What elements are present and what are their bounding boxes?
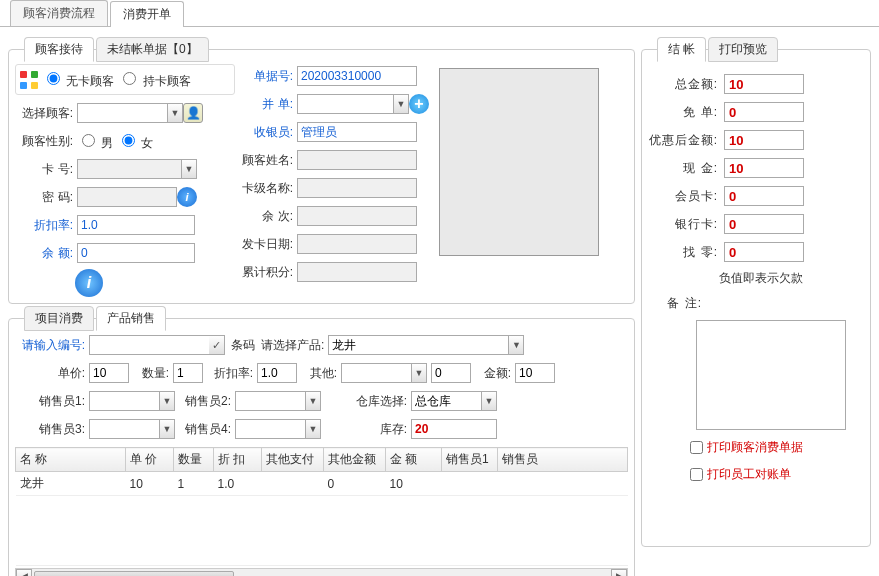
lbl-disc2: 折扣率: (203, 365, 257, 382)
lbl-price: 单价: (15, 365, 89, 382)
input-discount[interactable] (77, 215, 195, 235)
info-icon[interactable]: i (177, 187, 197, 207)
lbl-member: 会员卡: (648, 188, 724, 205)
tab-bill[interactable]: 消费开单 (110, 1, 184, 27)
combo-s1[interactable]: ▼ (89, 391, 175, 411)
tab-settle[interactable]: 结 帐 (657, 37, 706, 62)
lbl-billno: 单据号: (235, 68, 297, 85)
combo-customer[interactable]: ▼ (77, 103, 183, 123)
table-row[interactable]: 龙井101 1.00 10 (16, 472, 628, 496)
lbl-s3: 销售员3: (15, 421, 89, 438)
lbl-select-customer: 选择顾客: (15, 105, 77, 122)
lbl-s4: 销售员4: (175, 421, 235, 438)
input-amount[interactable] (515, 363, 555, 383)
chk-print-staff[interactable]: 打印员工对账单 (686, 465, 864, 484)
lbl-afterdisc: 优惠后金额: (648, 132, 724, 149)
lbl-other: 其他: (297, 365, 341, 382)
input-otherval[interactable] (431, 363, 471, 383)
remark-box[interactable] (696, 320, 846, 430)
lbl-bank: 银行卡: (648, 216, 724, 233)
top-tabs: 顾客消费流程 消费开单 (0, 0, 879, 27)
person-icon[interactable]: 👤 (183, 103, 203, 123)
combo-wh[interactable]: ▼ (411, 391, 497, 411)
lbl-password: 密 码: (15, 189, 77, 206)
tab-flow[interactable]: 顾客消费流程 (10, 0, 108, 26)
input-balance[interactable] (77, 243, 195, 263)
input-bank[interactable] (724, 214, 804, 234)
input-times[interactable] (297, 206, 417, 226)
input-free[interactable] (724, 102, 804, 122)
input-total[interactable] (724, 74, 804, 94)
photo-placeholder (439, 68, 599, 256)
lbl-balance: 余 额: (15, 245, 77, 262)
lbl-select-product: 请选择产品: (261, 337, 324, 354)
combo-cardno[interactable]: ▼ (77, 159, 197, 179)
lbl-merge: 并 单: (235, 96, 297, 113)
tab-preview[interactable]: 打印预览 (708, 37, 778, 62)
lbl-remark: 备 注: (648, 295, 708, 312)
input-afterdisc[interactable] (724, 130, 804, 150)
combo-product[interactable]: ▼ (328, 335, 524, 355)
combo-s2[interactable]: ▼ (235, 391, 321, 411)
input-member[interactable] (724, 186, 804, 206)
input-cash[interactable] (724, 158, 804, 178)
tab-reception[interactable]: 顾客接待 (24, 37, 94, 62)
radio-card[interactable]: 持卡顾客 (118, 69, 190, 90)
input-points[interactable] (297, 262, 417, 282)
input-change[interactable] (724, 242, 804, 262)
input-custname[interactable] (297, 150, 417, 170)
lbl-s1: 销售员1: (15, 393, 89, 410)
product-grid: 名 称 单 价 数量 折 扣 其他支付 其他金额 金 额 销售员1 销售员 (15, 447, 628, 566)
radio-female[interactable]: 女 (117, 131, 153, 152)
input-disc[interactable] (257, 363, 297, 383)
input-cardlevel[interactable] (297, 178, 417, 198)
lbl-change: 找 零: (648, 244, 724, 261)
lbl-issuedate: 发卡日期: (235, 236, 297, 253)
chk-print-cust[interactable]: 打印顾客消费单据 (686, 438, 864, 457)
horizontal-scrollbar[interactable]: ◀▶ (15, 568, 628, 576)
input-issuedate[interactable] (297, 234, 417, 254)
input-stock (411, 419, 497, 439)
input-cashier[interactable] (297, 122, 417, 142)
tab-unsettled[interactable]: 未结帐单据【0】 (96, 37, 209, 62)
tab-item-consume[interactable]: 项目消费 (24, 306, 94, 331)
lbl-free: 免 单: (648, 104, 724, 121)
lbl-amount: 金额: (471, 365, 515, 382)
info-big-icon[interactable]: i (75, 269, 103, 297)
radio-male[interactable]: 男 (77, 131, 113, 152)
input-billno[interactable] (297, 66, 417, 86)
combo-s4[interactable]: ▼ (235, 419, 321, 439)
lbl-cardno: 卡 号: (15, 161, 77, 178)
lbl-wh: 仓库选择: (321, 393, 411, 410)
logo-icon (20, 71, 38, 89)
radio-nocard[interactable]: 无卡顾客 (42, 69, 114, 90)
lbl-total: 总金额: (648, 76, 724, 93)
lbl-code: 请输入编号: (15, 337, 89, 354)
lbl-barcode: 条码 (231, 337, 255, 354)
lbl-cashier: 收银员: (235, 124, 297, 141)
combo-other[interactable]: ▼ (341, 363, 427, 383)
lbl-s2: 销售员2: (175, 393, 235, 410)
lbl-stock: 库存: (321, 421, 411, 438)
lbl-cardlevel: 卡级名称: (235, 180, 297, 197)
combo-s3[interactable]: ▼ (89, 419, 175, 439)
input-password[interactable] (77, 187, 177, 207)
lbl-times: 余 次: (235, 208, 297, 225)
input-price[interactable] (89, 363, 129, 383)
input-code[interactable]: ✓ (89, 335, 225, 355)
neg-note: 负值即表示欠款 (658, 270, 864, 287)
lbl-cash: 现 金: (648, 160, 724, 177)
lbl-gender: 顾客性别: (15, 133, 77, 150)
input-qty[interactable] (173, 363, 203, 383)
plus-icon[interactable]: + (409, 94, 429, 114)
combo-merge[interactable]: ▼ (297, 94, 409, 114)
lbl-qty: 数量: (129, 365, 173, 382)
lbl-custname: 顾客姓名: (235, 152, 297, 169)
tab-product-sale[interactable]: 产品销售 (96, 306, 166, 331)
lbl-points: 累计积分: (235, 264, 297, 281)
lbl-discount: 折扣率: (15, 217, 77, 234)
